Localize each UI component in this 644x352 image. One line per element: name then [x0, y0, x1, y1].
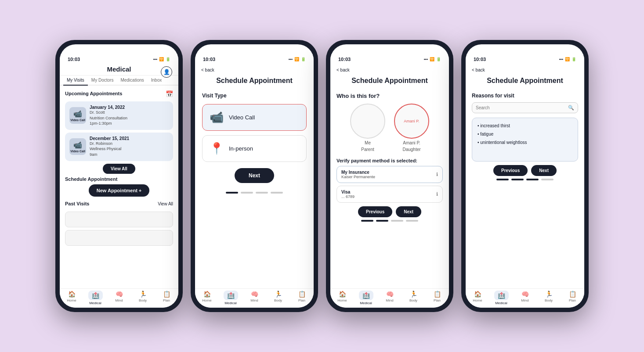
payment-card-insurance[interactable]: My Insurance Kaiser Permanente ℹ [336, 166, 443, 183]
who-card-me[interactable]: Me Parent [348, 104, 387, 152]
appt-type-1: Nutrition Consultation [90, 115, 169, 121]
phone-2: 10:03 ▪▪▪🛜🔋 < back Schedule Appointment … [191, 40, 318, 312]
nav-body-3[interactable]: 🏃 Body [402, 291, 425, 305]
appt-time-1: 1pm-1:30pm [90, 121, 169, 126]
visa-sub: ... 6789 [341, 194, 355, 199]
past-visit-card-2[interactable] [65, 230, 173, 246]
bottom-nav-1: 🏠 Home 🏥 Medical 🧠 Mind 🏃 [60, 288, 178, 308]
progress-dots-3 [336, 217, 443, 223]
p3-header: < back [330, 63, 449, 75]
location-icon: 📍 [210, 142, 224, 155]
info-icon-insurance[interactable]: ℹ [436, 172, 438, 177]
search-input[interactable] [476, 105, 565, 110]
back-link-3[interactable]: < back [336, 68, 350, 72]
appt-date-2: December 15, 2021 [90, 136, 169, 141]
who-sublabel-amani: Daughter [402, 147, 420, 152]
past-visits-header: Past Visits View All [65, 199, 173, 209]
appt-info-2: December 15, 2021 Dr. Robinson Wellness … [90, 136, 169, 158]
nav-medications[interactable]: Medications [117, 75, 147, 85]
amani-label: Amani P. [404, 119, 419, 123]
next-button-4[interactable]: Next [531, 165, 557, 176]
appt-icon-1: 📹 Video Call [69, 107, 86, 124]
nav-mind-1[interactable]: 🧠 Mind [107, 291, 131, 305]
bottom-nav-3: 🏠 Home 🏥 Medical 🧠 Mind 🏃 [330, 288, 449, 308]
p3-body: Who is this for? Me Parent Amani P. Aman… [330, 88, 449, 288]
phone-1: 10:03 ▪▪▪🛜🔋 Medical 👤 My Visits My Docto… [55, 40, 183, 312]
dot-4-2 [271, 192, 283, 194]
appt-time-2: 9am [90, 152, 169, 158]
reason-item-1: • fatigue [478, 130, 572, 138]
nav-mind-4[interactable]: 🧠 Mind [513, 291, 537, 305]
info-icon-visa[interactable]: ℹ [436, 191, 438, 197]
who-sublabel-me: Parent [361, 147, 374, 152]
who-card-amani[interactable]: Amani P. Amani P. Daughter [392, 104, 431, 152]
appt-doctor-1: Dr. Scott [90, 110, 169, 115]
p4-body: Reasons for visit 🔍 • increased thirst •… [466, 88, 584, 288]
who-name-me: Me [365, 140, 371, 145]
phone-4: 10:03 ▪▪▪🛜🔋 < back Schedule Appointment … [461, 40, 589, 312]
dot-2-2 [241, 192, 253, 194]
payment-row-insurance: My Insurance Kaiser Permanente ℹ [341, 170, 438, 179]
signal-icons-2: ▪▪▪🛜🔋 [288, 57, 306, 61]
nav-medical-1[interactable]: 🏥 Medical [83, 291, 107, 305]
payment-card-visa[interactable]: Visa ... 6789 ℹ [336, 186, 443, 203]
avatar-icon[interactable]: 👤 [161, 66, 172, 78]
insurance-sub: Kaiser Permanente [341, 175, 375, 179]
dot-3-3 [391, 220, 403, 222]
nav-medical-3[interactable]: 🏥 Medical [354, 291, 378, 305]
status-bar-2: 10:03 ▪▪▪🛜🔋 [195, 54, 314, 63]
appt-doctor-2: Dr. Robinson [90, 141, 169, 147]
nav-plan-2[interactable]: 📋 Plan [290, 291, 314, 305]
appt-card-1[interactable]: 📹 Video Call January 14, 2022 Dr. Scott … [65, 101, 173, 130]
who-circle-amani: Amani P. [394, 104, 429, 139]
previous-button-3[interactable]: Previous [358, 206, 392, 217]
p1-header: Medical 👤 [60, 63, 178, 75]
new-appointment-button[interactable]: New Appointment + [89, 184, 150, 197]
back-link-2[interactable]: < back [201, 68, 214, 72]
dot-1-4 [496, 179, 509, 180]
nav-home-2[interactable]: 🏠 Home [195, 291, 219, 305]
p1-body: Upcoming Appointments 📅 📹 Video Call Jan… [60, 86, 178, 288]
previous-button-4[interactable]: Previous [493, 165, 528, 176]
past-visit-card-1[interactable] [65, 212, 173, 227]
who-title: Who is this for? [336, 93, 443, 99]
nav-plan-1[interactable]: 📋 Plan [155, 291, 178, 305]
nav-home-3[interactable]: 🏠 Home [330, 291, 354, 305]
nav-inbox[interactable]: Inbox [148, 75, 165, 85]
nav-body-4[interactable]: 🏃 Body [537, 291, 561, 305]
view-all-button[interactable]: View All [103, 164, 135, 174]
nav-my-visits[interactable]: My Visits [63, 75, 88, 86]
next-button-2[interactable]: Next [235, 168, 274, 183]
back-link-4[interactable]: < back [472, 68, 485, 72]
nav-plan-3[interactable]: 📋 Plan [425, 291, 449, 305]
video-icon: 📹 [210, 111, 224, 124]
appt-type-2: Wellness Physical [90, 146, 169, 152]
nav-mind-2[interactable]: 🧠 Mind [242, 291, 266, 305]
search-box[interactable]: 🔍 [472, 102, 578, 113]
nav-mind-3[interactable]: 🧠 Mind [378, 291, 402, 305]
nav-body-2[interactable]: 🏃 Body [266, 291, 290, 305]
nav-body-1[interactable]: 🏃 Body [131, 291, 155, 305]
nav-home-1[interactable]: 🏠 Home [60, 291, 83, 305]
upcoming-label: Upcoming Appointments [65, 91, 122, 96]
appt-card-2[interactable]: 📹 Video Call December 15, 2021 Dr. Robin… [65, 133, 173, 161]
visa-info: Visa ... 6789 [341, 190, 355, 199]
status-bar-4: 10:03 ▪▪▪🛜🔋 [466, 54, 584, 63]
reasons-list: • increased thirst • fatigue • unintenti… [472, 118, 578, 162]
next-button-3[interactable]: Next [396, 206, 421, 217]
visit-card-video[interactable]: 📹 Video Call [202, 104, 307, 131]
calendar-icon[interactable]: 📅 [166, 90, 173, 97]
past-visits-view-all[interactable]: View All [158, 201, 173, 206]
who-circle-me [350, 104, 385, 139]
nav-medical-2[interactable]: 🏥 Medical [219, 291, 242, 305]
dot-3-4 [526, 179, 539, 180]
prev-next-4: Previous Next [472, 165, 578, 176]
nav-home-4[interactable]: 🏠 Home [466, 291, 489, 305]
nav-plan-4[interactable]: 📋 Plan [561, 291, 584, 305]
bottom-nav-4: 🏠 Home 🏥 Medical 🧠 Mind 🏃 [466, 288, 584, 308]
nav-medical-4[interactable]: 🏥 Medical [489, 291, 513, 305]
visit-card-inperson[interactable]: 📍 In-person [202, 135, 307, 162]
reasons-title: Reasons for visit [472, 93, 578, 99]
nav-my-doctors[interactable]: My Doctors [88, 75, 117, 85]
visit-label-inperson: In-person [229, 145, 253, 152]
